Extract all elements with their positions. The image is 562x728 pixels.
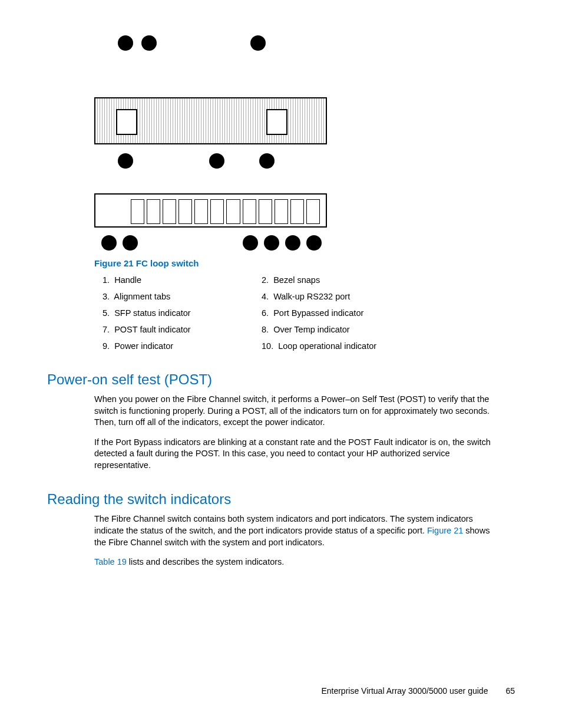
figure-caption: Figure 21 FC loop switch bbox=[94, 258, 515, 268]
body-paragraph: When you power on the Fibre Channel swit… bbox=[94, 394, 503, 429]
legend-item: 9. Power indicator bbox=[103, 341, 250, 351]
legend-item: 2. Bezel snaps bbox=[262, 275, 427, 285]
page-footer: Enterprise Virtual Array 3000/5000 user … bbox=[321, 686, 515, 696]
figure-crossref-link[interactable]: Figure 21 bbox=[427, 526, 463, 535]
legend-item: 3. Alignment tabs bbox=[103, 292, 250, 301]
body-paragraph: If the Port Bypass indicators are blinki… bbox=[94, 437, 503, 472]
body-paragraph: The Fibre Channel switch contains both s… bbox=[94, 513, 503, 548]
legend-item: 10. Loop operational indicator bbox=[262, 341, 427, 351]
body-paragraph: Table 19 lists and describes the system … bbox=[94, 556, 503, 568]
legend-item: 1. Handle bbox=[103, 275, 250, 285]
heading-post: Power-on self test (POST) bbox=[47, 371, 515, 388]
footer-doc-title: Enterprise Virtual Array 3000/5000 user … bbox=[321, 686, 488, 696]
page-number: 65 bbox=[505, 686, 515, 696]
legend-item: 8. Over Temp indicator bbox=[262, 325, 427, 334]
figure-block: Figure 21 FC loop switch 1. Handle 2. Be… bbox=[94, 35, 515, 351]
figure-diagram bbox=[94, 35, 327, 221]
heading-indicators: Reading the switch indicators bbox=[47, 491, 515, 508]
legend-item: 7. POST fault indicator bbox=[103, 325, 250, 334]
legend-item: 6. Port Bypassed indicator bbox=[262, 308, 427, 318]
legend-item: 5. SFP status indicator bbox=[103, 308, 250, 318]
figure-legend: 1. Handle 2. Bezel snaps 3. Alignment ta… bbox=[103, 275, 515, 351]
legend-item: 4. Walk-up RS232 port bbox=[262, 292, 427, 301]
table-crossref-link[interactable]: Table 19 bbox=[94, 557, 127, 566]
